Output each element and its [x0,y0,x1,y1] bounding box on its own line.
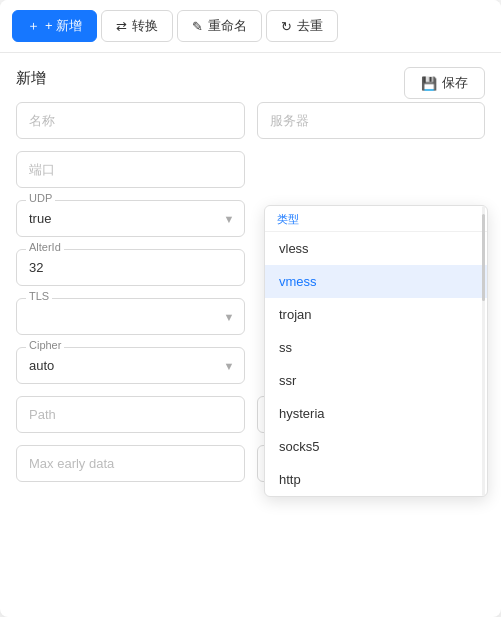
rename-button[interactable]: ✎ 重命名 [177,10,262,42]
max-early-data-field [16,445,245,482]
name-field [16,102,245,139]
plus-icon: ＋ [27,17,40,35]
dedup-icon: ↻ [281,19,292,34]
dedup-label: 去重 [297,17,323,35]
add-button[interactable]: ＋ + 新增 [12,10,97,42]
save-label: 保存 [442,74,468,92]
max-early-data-input[interactable] [16,445,245,482]
dropdown-item-hysteria[interactable]: hysteria [265,397,487,430]
cipher-field: Cipher auto aes-128-gcm ▼ [16,347,245,384]
port-field [16,151,245,188]
alterid-label: AlterId [26,241,64,253]
udp-field: UDP true false ▼ [16,200,245,237]
dropdown-item-vmess[interactable]: vmess [265,265,487,298]
dropdown-item-ssr[interactable]: ssr [265,364,487,397]
row-name-server [16,102,485,139]
main-content: 新增 💾 保存 UDP true [0,53,501,510]
rename-label: 重命名 [208,17,247,35]
server-field [257,102,486,139]
dropdown-item-trojan[interactable]: trojan [265,298,487,331]
dropdown-item-ss[interactable]: ss [265,331,487,364]
add-label: + 新增 [45,17,82,35]
path-input[interactable] [16,396,245,433]
dropdown-scrollbar[interactable] [482,206,485,496]
rename-icon: ✎ [192,19,203,34]
dropdown-item-socks5[interactable]: socks5 [265,430,487,463]
row-port [16,151,485,188]
type-dropdown: 类型 vless vmess trojan ss ssr hysteria so… [264,205,488,497]
port-input[interactable] [16,151,245,188]
cipher-label: Cipher [26,339,64,351]
convert-button[interactable]: ⇄ 转换 [101,10,173,42]
name-input[interactable] [16,102,245,139]
app-container: ＋ + 新增 ⇄ 转换 ✎ 重命名 ↻ 去重 新增 💾 保存 [0,0,501,617]
convert-icon: ⇄ [116,19,127,34]
udp-label: UDP [26,192,55,204]
save-icon: 💾 [421,76,437,91]
path-field [16,396,245,433]
toolbar: ＋ + 新增 ⇄ 转换 ✎ 重命名 ↻ 去重 [0,0,501,53]
alterid-input[interactable] [16,249,245,286]
tls-label: TLS [26,290,52,302]
tls-select[interactable]: tls [16,298,245,335]
dropdown-item-vless[interactable]: vless [265,232,487,265]
save-button[interactable]: 💾 保存 [404,67,485,99]
dedup-button[interactable]: ↻ 去重 [266,10,338,42]
server-input[interactable] [257,102,486,139]
udp-select[interactable]: true false [16,200,245,237]
dropdown-header: 类型 [265,206,487,232]
dropdown-item-http[interactable]: http [265,463,487,496]
cipher-select[interactable]: auto aes-128-gcm [16,347,245,384]
tls-field: TLS tls ▼ [16,298,245,335]
dropdown-scrollbar-thumb [482,214,485,301]
alterid-field: AlterId [16,249,245,286]
convert-label: 转换 [132,17,158,35]
